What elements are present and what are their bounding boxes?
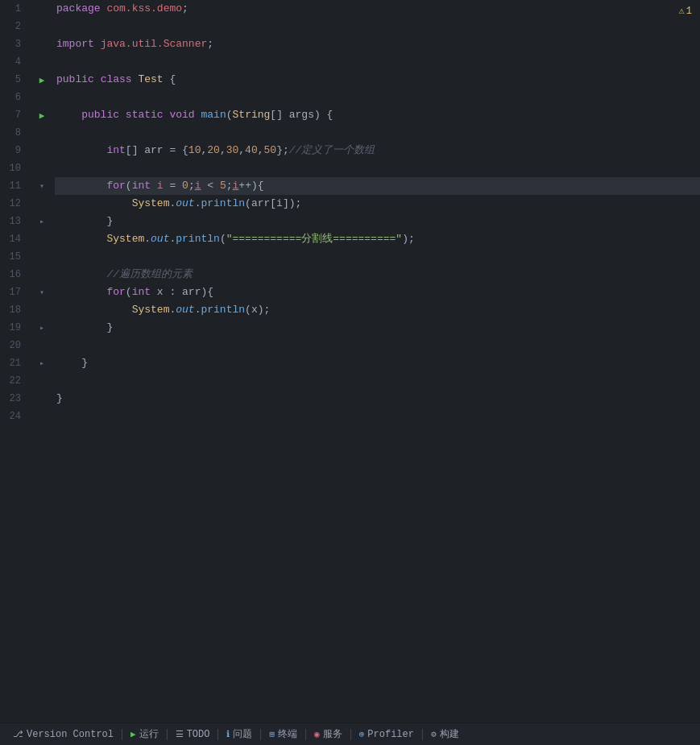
ln-24: 24 xyxy=(0,408,26,425)
editor-area: ⚠ 1 1 2 3 4 5 6 7 8 9 10 11 12 13 14 15 … xyxy=(0,0,700,722)
services-icon: ◉ xyxy=(314,729,320,739)
gutter-24 xyxy=(32,408,52,425)
code-container: ⚠ 1 1 2 3 4 5 6 7 8 9 10 11 12 13 14 15 … xyxy=(0,0,700,722)
code-line-6 xyxy=(55,89,700,106)
code-line-23: } xyxy=(55,390,700,408)
code-line-11: for(int i = 0;i < 5;i++){ xyxy=(55,177,700,195)
terminal-label: 终端 xyxy=(278,727,297,741)
gutter-9 xyxy=(32,142,52,159)
ln-21: 21 xyxy=(0,354,26,372)
ln-5: 5 xyxy=(0,71,26,89)
code-line-3: import java.util.Scanner; xyxy=(55,35,700,53)
sep-6 xyxy=(350,729,351,740)
services-label: 服务 xyxy=(323,727,342,741)
status-bar: ⎇ Version Control ▶ 运行 ☰ TODO ℹ 问题 ⊞ 终端 … xyxy=(0,722,700,745)
todo-label: TODO xyxy=(187,729,210,740)
gutter-20 xyxy=(32,337,52,354)
build-label: 构建 xyxy=(440,727,459,741)
gutter-10 xyxy=(32,159,52,177)
code-line-4 xyxy=(55,53,700,71)
gutter-17[interactable]: ▾ xyxy=(32,284,52,301)
status-profiler[interactable]: ⊕ Profiler xyxy=(353,723,420,745)
ln-22: 22 xyxy=(0,372,26,390)
gutter-5[interactable]: ▶ xyxy=(32,71,52,89)
todo-icon: ☰ xyxy=(176,729,184,739)
ln-12: 12 xyxy=(0,195,26,213)
status-problems[interactable]: ℹ 问题 xyxy=(220,723,259,745)
ln-14: 14 xyxy=(0,230,26,248)
code-line-14: System.out.println("===========分割线======… xyxy=(55,230,700,248)
gutter-19[interactable]: ▸ xyxy=(32,319,52,337)
gutter-18 xyxy=(32,301,52,319)
code-line-18: System.out.println(x); xyxy=(55,301,700,319)
code-line-22 xyxy=(55,372,700,390)
profiler-icon: ⊕ xyxy=(359,729,365,739)
code-line-9: int[] arr = {10,20,30,40,50};//定义了一个数组 xyxy=(55,142,700,159)
ln-17: 17 xyxy=(0,284,26,301)
ln-1: 1 xyxy=(0,0,26,18)
status-terminal[interactable]: ⊞ 终端 xyxy=(263,723,304,745)
gutter-4 xyxy=(32,53,52,71)
gutter-22 xyxy=(32,372,52,390)
status-version-control[interactable]: ⎇ Version Control xyxy=(6,723,120,745)
code-line-7: public static void main(String[] args) { xyxy=(55,106,700,124)
ln-7: 7 xyxy=(0,106,26,124)
ln-23: 23 xyxy=(0,390,26,408)
ln-18: 18 xyxy=(0,301,26,319)
ln-20: 20 xyxy=(0,337,26,354)
version-control-label: Version Control xyxy=(27,729,114,740)
gutter-2 xyxy=(32,18,52,35)
problems-label: 问题 xyxy=(233,727,252,741)
line-numbers: 1 2 3 4 5 6 7 8 9 10 11 12 13 14 15 16 1… xyxy=(0,0,32,722)
ln-11: 11 xyxy=(0,177,26,195)
gutter-6 xyxy=(32,89,52,106)
ln-19: 19 xyxy=(0,319,26,337)
code-line-12: System.out.println(arr[i]); xyxy=(55,195,700,213)
problems-icon: ℹ xyxy=(226,729,230,739)
status-run[interactable]: ▶ 运行 xyxy=(124,723,165,745)
gutter-8 xyxy=(32,124,52,142)
sep-4 xyxy=(260,729,261,740)
code-line-8 xyxy=(55,124,700,142)
gutter-11[interactable]: ▾ xyxy=(32,177,52,195)
sep-2 xyxy=(167,729,168,740)
gutter-16 xyxy=(32,266,52,284)
ln-15: 15 xyxy=(0,248,26,266)
code-line-13: } xyxy=(55,213,700,230)
warning-icon: ⚠ xyxy=(679,5,685,17)
status-todo[interactable]: ☰ TODO xyxy=(169,723,217,745)
gutter-7[interactable]: ▶ xyxy=(32,106,52,124)
code-line-15 xyxy=(55,248,700,266)
ln-13: 13 xyxy=(0,213,26,230)
code-line-10 xyxy=(55,159,700,177)
ln-10: 10 xyxy=(0,159,26,177)
warning-count: 1 xyxy=(686,6,692,17)
sep-3 xyxy=(217,729,218,740)
gutter-21[interactable]: ▸ xyxy=(32,354,52,372)
ln-9: 9 xyxy=(0,142,26,159)
code-lines[interactable]: package com.kss.demo; import java.util.S… xyxy=(52,0,700,722)
gutter-1 xyxy=(32,0,52,18)
code-line-5: public class Test { xyxy=(55,71,700,89)
code-line-20 xyxy=(55,337,700,354)
code-line-21: } xyxy=(55,354,700,372)
code-line-1: package com.kss.demo; xyxy=(55,0,700,18)
ln-6: 6 xyxy=(0,89,26,106)
ln-16: 16 xyxy=(0,266,26,284)
terminal-icon: ⊞ xyxy=(269,729,275,739)
gutter-13[interactable]: ▸ xyxy=(32,213,52,230)
run-label: 运行 xyxy=(139,727,159,741)
ln-2: 2 xyxy=(0,18,26,35)
gutter-14 xyxy=(32,230,52,248)
gutter-3 xyxy=(32,35,52,53)
status-services[interactable]: ◉ 服务 xyxy=(308,723,349,745)
warning-indicator: ⚠ 1 xyxy=(679,5,692,17)
gutter: ▶ ▶ ▾ ▸ ▾ ▸ ▸ xyxy=(32,0,52,722)
code-line-17: for(int x : arr){ xyxy=(55,284,700,301)
run-icon: ▶ xyxy=(130,729,136,739)
code-line-2 xyxy=(55,18,700,35)
status-build[interactable]: ⚙ 构建 xyxy=(425,723,466,745)
code-line-16: //遍历数组的元素 xyxy=(55,266,700,284)
code-line-19: } xyxy=(55,319,700,337)
version-control-icon: ⎇ xyxy=(13,729,23,739)
